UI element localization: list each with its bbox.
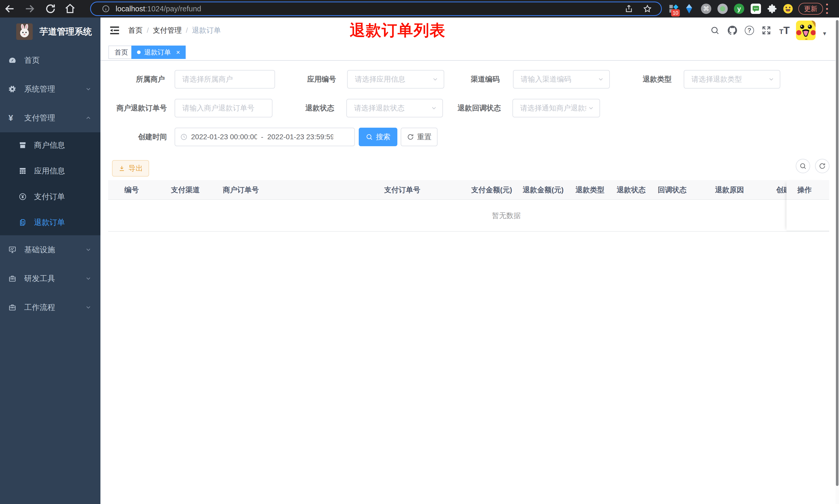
sidebar-item-merchant-info[interactable]: 商户信息 (0, 132, 101, 158)
chevron-down-icon (85, 275, 92, 282)
col-callback-status: 回调状态 (658, 180, 686, 200)
reset-button[interactable]: 重置 (401, 128, 438, 146)
label-notify-status: 退款回调状态 (435, 99, 501, 118)
sidebar-item-workflow[interactable]: 工作流程 (0, 293, 101, 322)
chevron-down-icon (588, 105, 594, 111)
refund-status-select[interactable]: 请选择退款状态 (346, 99, 443, 118)
font-size-icon[interactable]: TT (779, 25, 789, 36)
app-select[interactable]: 请选择应用信息 (347, 70, 444, 89)
show-search-toggle-button[interactable] (796, 159, 810, 173)
arrow-right-icon (24, 3, 35, 14)
site-info-icon[interactable] (102, 5, 110, 13)
extension-puzzle-icon[interactable] (767, 4, 777, 14)
chevron-down-icon (85, 246, 92, 253)
refund-type-select[interactable]: 请选择退款类型 (684, 70, 780, 89)
col-refund-amount: 退款金额(元) (523, 180, 564, 200)
breadcrumb-home[interactable]: 首页 (128, 25, 143, 35)
browser-menu-icon[interactable] (825, 4, 829, 14)
sidebar-item-refund-order[interactable]: 退款订单 (0, 210, 101, 235)
col-create-time: 创建时间 (776, 180, 786, 200)
fullscreen-icon[interactable] (762, 26, 771, 35)
sidebar-item-infra[interactable]: 基础设施 (0, 235, 101, 264)
search-icon (799, 162, 806, 169)
toolbox-icon (8, 275, 16, 282)
logo-rabbit-image (16, 23, 33, 40)
refresh-table-button[interactable] (815, 159, 829, 173)
extension-emoji-icon[interactable] (783, 4, 793, 14)
sidebar-pay-submenu: 商户信息 应用信息 支付订单 退款订单 (0, 132, 101, 235)
sidebar-item-devtools[interactable]: 研发工具 (0, 264, 101, 293)
table-body: 暂无数据 (108, 200, 829, 232)
merchant-input[interactable] (175, 70, 275, 89)
chevron-down-icon (85, 86, 92, 92)
monitor-chart-icon (8, 246, 16, 254)
chevron-down-icon (768, 76, 774, 83)
help-icon[interactable]: ? (745, 26, 754, 35)
sidebar: 芋道管理系统 首页 系统管理 ¥ 支付管理 商户信息 (0, 18, 101, 504)
extension-kite-icon[interactable] (684, 4, 694, 14)
browser-back-button[interactable] (4, 3, 15, 14)
browser-toolbar: localhost:1024/pay/refund 10 ⌘ y (0, 0, 839, 18)
extension-tabs-badge[interactable]: 10 (668, 4, 679, 14)
gear-icon (8, 85, 16, 93)
extension-command-icon[interactable]: ⌘ (701, 4, 711, 14)
tag-refund-order[interactable]: 退款订单 × (131, 46, 186, 59)
export-button[interactable]: 导出 (112, 160, 149, 177)
sidebar-item-home[interactable]: 首页 (0, 46, 101, 75)
search-button[interactable]: 搜索 (359, 128, 397, 146)
extension-badge-count: 10 (671, 9, 680, 17)
home-icon (65, 3, 76, 14)
browser-forward-button[interactable] (24, 3, 35, 14)
share-icon[interactable] (624, 4, 633, 13)
sidebar-item-app-info[interactable]: 应用信息 (0, 158, 101, 184)
col-action: 操作 (786, 180, 829, 200)
yuan-circle-icon (19, 193, 26, 200)
sidebar-collapse-icon[interactable] (109, 24, 121, 36)
label-channel: 渠道编码 (447, 70, 500, 89)
page-scrollbar[interactable] (835, 18, 839, 504)
refund-doc-icon (19, 218, 26, 226)
col-refund-status: 退款状态 (617, 180, 646, 200)
close-icon[interactable]: × (176, 48, 180, 56)
bookmark-star-icon[interactable] (643, 4, 652, 13)
sidebar-item-pay[interactable]: ¥ 支付管理 (0, 104, 101, 132)
col-refund-reason: 退款原因 (715, 180, 744, 200)
address-bar[interactable]: localhost:1024/pay/refund (90, 2, 662, 16)
channel-select[interactable]: 请输入渠道编码 (513, 70, 610, 89)
notify-status-select[interactable]: 请选择通知商户退款结果的 (513, 99, 600, 118)
browser-reload-button[interactable] (45, 3, 56, 14)
end-date-value[interactable]: 2022-01-23 23:59:59 (267, 133, 333, 141)
app-title: 芋道管理系统 (39, 26, 92, 38)
label-merchant-refund-no: 商户退款订单号 (101, 99, 167, 118)
browser-home-button[interactable] (65, 3, 76, 14)
reload-icon (45, 3, 56, 14)
start-date-value[interactable]: 2022-01-23 00:00:00 (191, 133, 257, 141)
merchant-refund-no-input[interactable] (175, 99, 272, 118)
browser-update-button[interactable]: 更新 (798, 3, 823, 15)
topbar: 首页 / 支付管理 / 退款订单 退款订单列表 ? TT ▾ (101, 18, 839, 43)
sidebar-item-pay-order[interactable]: 支付订单 (0, 184, 101, 210)
github-icon[interactable] (728, 26, 737, 35)
tag-home[interactable]: 首页 (108, 46, 134, 59)
sidebar-item-system[interactable]: 系统管理 (0, 75, 101, 104)
label-create-time: 创建时间 (106, 128, 167, 146)
col-merchant-order-no: 商户订单号 (223, 180, 259, 200)
create-time-range-picker[interactable]: 2022-01-23 00:00:00 - 2022-01-23 23:59:5… (175, 128, 355, 146)
shop-icon (19, 141, 26, 149)
scrollbar-thumb[interactable] (836, 20, 838, 486)
extension-chat-icon[interactable] (751, 4, 761, 14)
col-pay-order-no: 支付订单号 (384, 180, 420, 200)
main-area: 首页 / 支付管理 / 退款订单 退款订单列表 ? TT ▾ 首页 (101, 18, 839, 504)
sidebar-logo[interactable]: 芋道管理系统 (0, 18, 101, 46)
label-app: 应用编号 (281, 70, 336, 89)
label-refund-status: 退款状态 (281, 99, 334, 118)
breadcrumb-pay[interactable]: 支付管理 (153, 25, 182, 35)
caret-down-icon[interactable]: ▾ (823, 30, 826, 37)
search-icon[interactable] (710, 26, 719, 35)
col-id: 编号 (124, 180, 139, 200)
chevron-up-icon (85, 114, 92, 121)
extension-y-icon[interactable]: y (734, 4, 744, 14)
extension-record-icon[interactable] (717, 4, 728, 14)
avatar[interactable] (796, 21, 816, 40)
search-icon (366, 133, 373, 141)
